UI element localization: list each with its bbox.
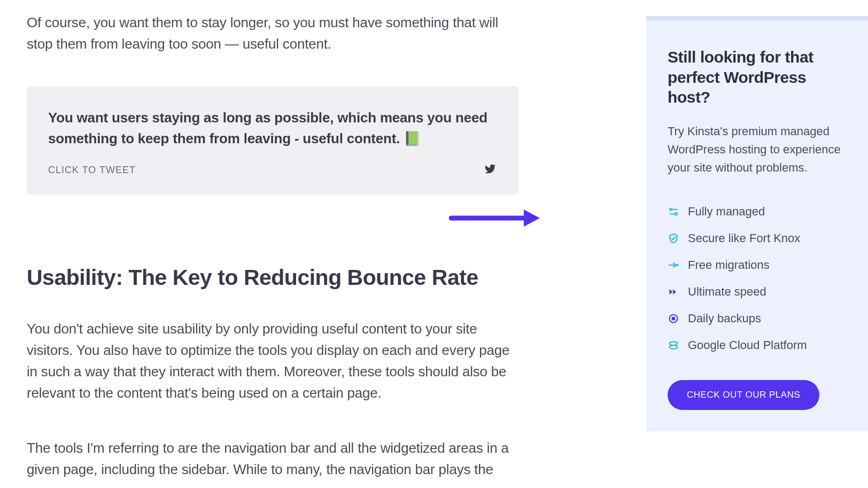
sidebar-feature-list: Fully managed Secure like Fort Knox Free… [668, 205, 847, 352]
annotation-arrow-icon [449, 208, 540, 228]
check-plans-button[interactable]: CHECK OUT OUR PLANS [668, 380, 819, 410]
twitter-icon[interactable] [483, 163, 497, 177]
sliders-icon [668, 206, 679, 218]
svg-point-7 [677, 265, 678, 266]
feature-label: Google Cloud Platform [688, 338, 807, 352]
svg-point-11 [672, 317, 675, 320]
sidebar-title: Still looking for that perfect WordPress… [668, 47, 847, 107]
feature-label: Daily backups [688, 312, 761, 326]
tweet-quote-text: You want users staying as long as possib… [48, 107, 497, 149]
list-item: Ultimate speed [668, 285, 847, 299]
sidebar-accent-bar [646, 16, 868, 20]
click-to-tweet-box[interactable]: You want users staying as long as possib… [27, 86, 518, 195]
svg-point-2 [670, 208, 672, 211]
click-to-tweet-label[interactable]: CLICK TO TWEET [48, 165, 136, 176]
list-item: Secure like Fort Knox [668, 231, 847, 245]
speed-icon [668, 286, 679, 298]
article-main: Of course, you want them to stay longer,… [27, 0, 518, 480]
list-item: Daily backups [668, 312, 847, 326]
body-paragraph-2: The tools I'm referring to are the navig… [27, 437, 518, 481]
cloud-icon [668, 339, 679, 351]
svg-point-13 [670, 345, 678, 349]
feature-label: Secure like Fort Knox [688, 231, 800, 245]
feature-label: Free migrations [688, 258, 770, 272]
feature-label: Ultimate speed [688, 285, 766, 299]
section-heading-usability: Usability: The Key to Reducing Bounce Ra… [27, 265, 518, 290]
intro-paragraph: Of course, you want them to stay longer,… [27, 12, 518, 55]
sidebar-description: Try Kinsta's premium managed WordPress h… [668, 122, 847, 177]
shield-icon [668, 233, 679, 244]
svg-marker-1 [524, 210, 540, 227]
backup-icon [668, 313, 679, 324]
promo-sidebar: Still looking for that perfect WordPress… [646, 20, 868, 431]
list-item: Fully managed [668, 205, 847, 219]
body-paragraph-1: You don't achieve site usability by only… [27, 318, 518, 404]
migration-icon [668, 259, 679, 271]
list-item: Google Cloud Platform [668, 338, 847, 352]
svg-marker-8 [670, 289, 673, 295]
svg-point-4 [675, 213, 677, 215]
svg-marker-9 [673, 289, 676, 295]
list-item: Free migrations [668, 258, 847, 272]
feature-label: Fully managed [688, 205, 765, 219]
